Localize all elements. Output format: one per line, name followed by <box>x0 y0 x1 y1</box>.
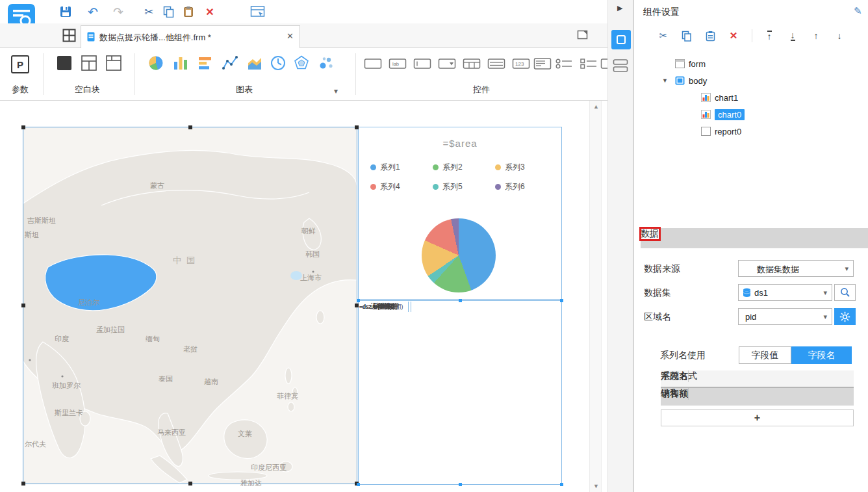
selection-handle[interactable] <box>355 125 359 129</box>
selection-handle[interactable] <box>560 483 563 486</box>
line-chart-button[interactable] <box>222 55 238 71</box>
legend-label: 系列6 <box>505 181 525 192</box>
tree-item-form[interactable]: form <box>634 56 868 73</box>
legend-label: 系列2 <box>442 162 463 173</box>
datepicker-widget-button[interactable] <box>463 57 479 74</box>
redo-button[interactable]: ↷ <box>110 3 127 20</box>
tree-item-report0[interactable]: report0 <box>634 123 868 140</box>
design-canvas[interactable]: 蒙古 吉斯斯坦 斯坦 朝鲜 韩国 中国 上海市 尼泊尔 孟加拉国 印度 缅甸 老… <box>0 101 607 492</box>
field-table-cell[interactable]: 求和 <box>661 388 679 400</box>
label-widget-button[interactable]: lab <box>389 57 405 74</box>
series-field-value-button[interactable]: 字段值 <box>739 346 791 364</box>
report-formula-cell[interactable]: =ds2.G(运营费用) <box>359 302 411 312</box>
tab-data[interactable]: 数据 <box>641 228 659 240</box>
tree-item-chart0[interactable]: chart0 <box>634 107 868 123</box>
parameter-pane-button[interactable]: P <box>11 55 29 73</box>
selection-handle[interactable] <box>21 482 25 486</box>
copy-button[interactable] <box>160 3 177 20</box>
selection-handle[interactable] <box>459 483 462 486</box>
panel-toolbar: ✂ ✕ ↑ ↓ ↑ ↓ <box>634 23 868 48</box>
area-chart-button[interactable] <box>246 55 263 71</box>
series-field-name-button[interactable]: 字段名 <box>791 346 852 364</box>
add-field-button[interactable]: + <box>661 409 854 426</box>
dataset-select[interactable]: ds1 ▾ <box>738 284 832 301</box>
textfield-widget-icon <box>364 57 382 70</box>
move-to-top-button[interactable]: ↑ <box>761 29 777 43</box>
selection-handle[interactable] <box>188 125 192 129</box>
column-chart-button[interactable] <box>172 55 189 71</box>
selection-handle[interactable] <box>21 304 25 307</box>
selection-handle[interactable] <box>355 304 359 307</box>
tree-collapse-icon[interactable]: ▼ <box>662 77 668 84</box>
radar-chart-button[interactable] <box>293 55 310 71</box>
report-block-button[interactable] <box>81 55 97 71</box>
tree-item-chart1[interactable]: chart1 <box>634 90 868 107</box>
password-widget-icon <box>413 57 431 70</box>
password-widget-button[interactable] <box>413 57 430 74</box>
delete-button[interactable]: ✕ <box>201 3 218 20</box>
template-list-button[interactable] <box>62 29 77 43</box>
data-source-select[interactable]: 数据集数据 ▾ <box>738 260 854 277</box>
canvas-vertical-scrollbar[interactable]: ▲ ▼ <box>589 101 602 492</box>
scatter-chart-button[interactable] <box>318 55 335 71</box>
tab-close-icon[interactable]: ✕ <box>287 31 294 41</box>
map-chart-component[interactable]: 蒙古 吉斯斯坦 斯坦 朝鲜 韩国 中国 上海市 尼泊尔 孟加拉国 印度 缅甸 老… <box>23 127 357 484</box>
checkbox-group-widget-button[interactable] <box>580 57 596 74</box>
number-widget-button[interactable]: 123 <box>512 57 529 74</box>
search-icon <box>840 287 850 298</box>
widget-settings-button[interactable] <box>611 30 631 49</box>
cut-button[interactable]: ✂ <box>140 3 157 20</box>
list-widget-icon <box>487 57 505 70</box>
bar-chart-button[interactable] <box>197 55 214 71</box>
area-settings-button[interactable] <box>834 308 856 325</box>
selection-handle[interactable] <box>357 299 360 302</box>
move-up-button[interactable]: ↑ <box>808 29 824 43</box>
radio-group-widget-button[interactable] <box>555 57 572 74</box>
selection-handle[interactable] <box>459 299 462 302</box>
textarea-widget-button[interactable] <box>533 57 550 74</box>
pie-chart-button[interactable] <box>147 55 164 71</box>
move-down-button[interactable]: ↓ <box>832 29 847 43</box>
undo-button[interactable]: ↶ <box>84 3 101 20</box>
gauge-chart-button[interactable] <box>270 55 287 71</box>
cut-button[interactable]: ✂ <box>656 29 671 43</box>
document-tab[interactable]: 数据点提示轮播...他组件.frm * ✕ <box>81 25 300 48</box>
textarea-widget-icon <box>533 57 552 70</box>
paste-button[interactable] <box>702 29 718 43</box>
report-block-component[interactable]: 省份 销售额 利润额 运营费用 =ds2.G(省份) =ds2.G(销售额) =… <box>358 300 562 485</box>
copy-button[interactable] <box>679 29 695 43</box>
delete-button[interactable]: ✕ <box>726 29 741 43</box>
selection-handle[interactable] <box>21 125 25 129</box>
textfield-widget-button[interactable] <box>364 57 381 74</box>
field-table-row[interactable]: 销售额 销售额 求和 <box>661 388 854 406</box>
selection-handle[interactable] <box>560 299 563 302</box>
body-layout-button[interactable] <box>613 58 630 74</box>
scroll-down-icon[interactable]: ▼ <box>590 480 602 492</box>
preview-button[interactable] <box>249 3 266 20</box>
combobox-widget-button[interactable] <box>438 57 455 74</box>
area-name-select[interactable]: pid ▾ <box>738 308 832 325</box>
scroll-up-icon[interactable]: ▲ <box>590 101 602 112</box>
tab-block-button[interactable] <box>105 55 122 71</box>
button-widget-button[interactable] <box>600 57 607 74</box>
dataset-search-button[interactable] <box>834 284 856 301</box>
chart-more-chevron-icon[interactable]: ▾ <box>334 86 338 96</box>
list-widget-button[interactable] <box>487 57 504 74</box>
selection-handle[interactable] <box>188 482 192 486</box>
dataset-value: ds1 <box>754 288 768 298</box>
pie-chart-component[interactable]: =$area 系列1 系列2 系列3 系列4 系列5 系列6 <box>358 127 562 300</box>
map-label: 老挝 <box>183 344 198 354</box>
move-to-bottom-button[interactable]: ↓ <box>785 29 800 43</box>
paste-button[interactable] <box>180 3 197 20</box>
edit-pencil-icon[interactable]: ✎ <box>854 5 862 17</box>
selection-handle[interactable] <box>357 483 360 486</box>
ribbon-blank-label: 空白块 <box>75 84 100 96</box>
tab-overflow-button[interactable] <box>577 30 589 42</box>
map-label: 雅加达 <box>240 478 262 488</box>
label-widget-icon: lab <box>389 57 407 70</box>
save-button[interactable] <box>57 3 74 20</box>
tree-item-body[interactable]: ▼ body <box>634 73 868 90</box>
collapse-panel-icon[interactable]: ▶ <box>617 4 622 12</box>
blank-block-button[interactable] <box>56 55 73 71</box>
document-tab-label: 数据点提示轮播...他组件.frm * <box>99 32 281 44</box>
